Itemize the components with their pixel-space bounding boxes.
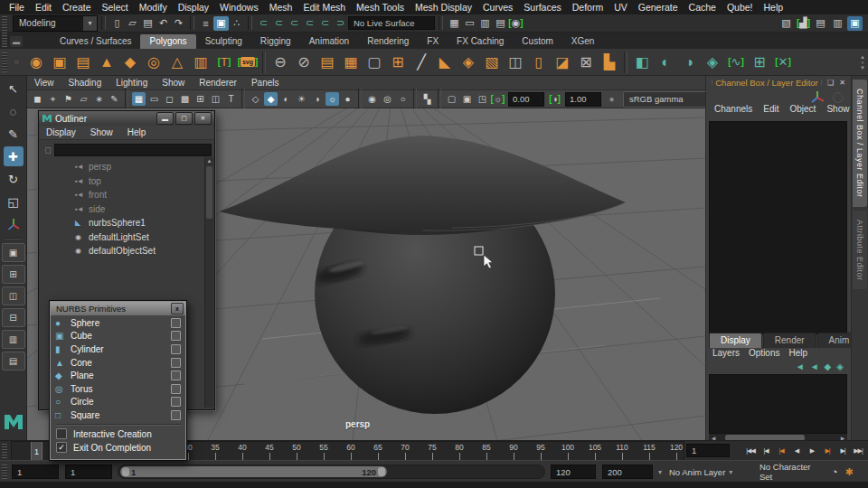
snap-to-point-icon[interactable]: ⊂ <box>287 16 302 31</box>
bevel-icon[interactable]: ◣ <box>433 51 457 74</box>
uv-editor-icon[interactable]: ⊞ <box>748 51 771 74</box>
sculpt-relax-icon[interactable]: ◑ <box>677 51 701 74</box>
panel-menu-item[interactable]: Panels <box>244 78 287 88</box>
outliner-scrollbar[interactable]: ▲ <box>204 157 213 408</box>
empty-layer-icon[interactable]: ◆ <box>825 361 832 371</box>
shelf-tab-fx[interactable]: FX <box>418 34 448 49</box>
sculpt-curve-icon[interactable]: ∿ <box>724 51 748 74</box>
channel-box-menu-item[interactable]: Edit <box>760 104 781 114</box>
mirror-icon[interactable]: ◈ <box>457 51 480 74</box>
go-to-end-button[interactable]: ▶▶| <box>851 443 865 458</box>
modeling-toolkit-toggle-icon[interactable]: ▧ <box>778 16 794 31</box>
menubar-item[interactable]: Mesh Display <box>410 1 477 14</box>
outliner-item-top[interactable]: ▪◄ top <box>39 174 214 189</box>
shelf-tab-curves-surfaces[interactable]: Curves / Surfaces <box>51 34 140 49</box>
group-separator[interactable] <box>439 16 443 30</box>
smooth-icon[interactable]: ▦ <box>339 51 363 74</box>
menubar-item[interactable]: Generate <box>633 1 684 14</box>
panel-menu-item[interactable]: Show <box>155 78 192 88</box>
shelf-scroll[interactable]: ▲ ● ▼ <box>860 54 865 70</box>
gamma-field[interactable]: 1.00 <box>565 92 601 107</box>
option-box[interactable] <box>171 410 181 420</box>
resolution-gate-icon[interactable]: ◻ <box>163 92 176 106</box>
animation-end-field[interactable]: 200 <box>602 465 653 479</box>
layer-editor-menu-item[interactable]: Layers <box>712 348 740 358</box>
humanik-toggle-icon[interactable]: ▟ <box>796 16 811 31</box>
range-start-handle[interactable] <box>122 467 129 476</box>
duplicate-face-icon[interactable]: ◪ <box>551 51 574 74</box>
film-gate-icon[interactable]: ▭ <box>147 92 161 106</box>
safe-action-icon[interactable]: ◫ <box>209 92 222 106</box>
close-icon[interactable]: ✕ <box>836 77 848 88</box>
scale-tool[interactable]: ◱ <box>4 192 24 211</box>
step-forward-frame-button[interactable]: ▶| <box>835 443 850 458</box>
fill-hole-icon[interactable]: ▤ <box>316 51 339 74</box>
nurbs-titlebar[interactable]: NURBS Primitives x <box>51 302 185 315</box>
make-live-icon[interactable]: ⊃ <box>333 16 348 31</box>
menubar-item[interactable]: File <box>4 1 30 14</box>
smooth-shade-icon[interactable]: ◆ <box>264 92 278 106</box>
channel-box-menu-item[interactable]: Channels <box>712 104 755 114</box>
layout-two-pane-stacked-button[interactable]: ⊟ <box>2 308 25 327</box>
poly-plane-icon[interactable]: ◆ <box>118 51 142 74</box>
safe-title-icon[interactable]: T <box>224 92 238 106</box>
snap-to-view-plane-icon[interactable]: ⊂ <box>317 16 333 31</box>
isolate-select-icon[interactable]: ◉ <box>365 92 379 106</box>
menubar-item[interactable]: Mesh <box>264 1 298 14</box>
channel-box-header[interactable]: Channel Box / Layer Editor ❏ ✕ <box>706 76 851 89</box>
menubar-item[interactable]: Curves <box>477 1 518 14</box>
nurbs-plane-item[interactable]: ◆ Plane <box>50 369 186 382</box>
command-line-strip[interactable] <box>0 482 868 488</box>
pane-layout-left-icon[interactable]: ▢ <box>445 92 458 106</box>
nurbs-torus-item[interactable]: ◎ Torus <box>50 382 186 396</box>
menubar-item[interactable]: Select <box>97 1 134 14</box>
search-input[interactable] <box>54 144 212 156</box>
range-slider-bar[interactable]: 1 120 <box>120 466 387 477</box>
menubar-item[interactable]: Edit Mesh <box>297 1 351 14</box>
poly-cube-icon[interactable]: ▣ <box>48 51 71 74</box>
menubar-item[interactable]: Help <box>759 1 789 14</box>
lut-icon[interactable]: ● <box>605 92 618 106</box>
gate-mask-icon[interactable]: ▩ <box>178 92 192 106</box>
interactive-creation-option[interactable]: ✓ Interactive Creation <box>50 427 186 441</box>
drag-handle[interactable] <box>2 444 7 458</box>
exit-on-completion-option[interactable]: ✓ Exit On Completion <box>50 441 186 455</box>
drag-handle[interactable] <box>712 80 712 85</box>
xray-joints-icon[interactable]: ○ <box>396 92 410 106</box>
popout-icon[interactable]: ❏ <box>825 77 836 88</box>
menubar-item[interactable]: Deform <box>567 1 609 14</box>
panel-menu-item[interactable]: Lighting <box>108 78 155 88</box>
menubar-item[interactable]: Surfaces <box>518 1 566 14</box>
shadows-icon[interactable]: ◑ <box>310 92 324 106</box>
channel-box-toggle-icon[interactable]: ▤ <box>813 16 828 31</box>
rotate-tool[interactable]: ↻ <box>4 169 24 189</box>
svg-tool-icon[interactable]: svg <box>236 51 259 74</box>
option-box[interactable] <box>171 384 181 394</box>
option-box[interactable] <box>171 358 181 368</box>
drag-handle[interactable] <box>2 16 7 31</box>
grid-icon[interactable]: ▦ <box>132 92 146 106</box>
auto-keyframe-icon[interactable]: ◔ <box>827 465 842 479</box>
character-set-dropdown[interactable]: No Character Set <box>760 465 825 479</box>
group-separator[interactable] <box>248 16 252 30</box>
drag-handle[interactable] <box>2 33 7 47</box>
scrollbar-thumb[interactable] <box>206 166 212 219</box>
layer-tab-display[interactable]: Display <box>709 333 762 348</box>
selection-highlight-icon[interactable]: ▚ <box>420 92 434 106</box>
menubar-item[interactable]: Create <box>57 1 97 14</box>
outliner-item-defaultlightset[interactable]: ◉ defaultLightSet <box>39 230 214 245</box>
close-button[interactable]: ✕ <box>194 112 212 125</box>
redo-icon[interactable]: ↷ <box>171 16 186 31</box>
save-scene-icon[interactable]: ▤ <box>140 16 156 31</box>
step-forward-key-button[interactable]: ▶| <box>820 443 835 458</box>
layer-list-area[interactable] <box>709 374 847 434</box>
subdivide-icon[interactable]: ⊞ <box>386 51 410 74</box>
attribute-editor-toggle-icon[interactable]: ▥ <box>830 16 845 31</box>
live-surface-field[interactable]: No Live Surface <box>348 16 435 30</box>
type-tool-icon[interactable]: T <box>212 51 236 74</box>
menubar-item[interactable]: Windows <box>214 1 264 14</box>
option-box[interactable] <box>171 318 181 328</box>
snap-to-curve-icon[interactable]: ⊂ <box>271 16 287 31</box>
symmetry-icon[interactable]: ✕ <box>771 51 795 74</box>
pane-layout-right-icon[interactable]: ▣ <box>460 92 474 106</box>
